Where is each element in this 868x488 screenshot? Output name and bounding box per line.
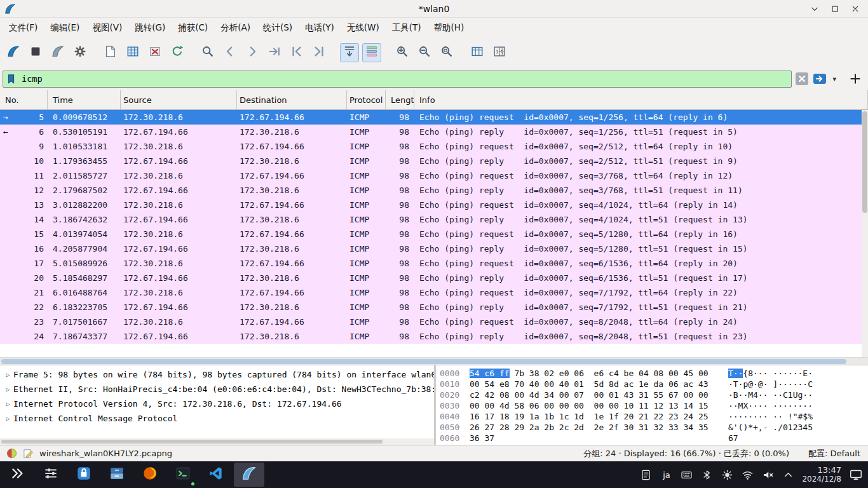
zoom-in-button[interactable] <box>393 43 412 62</box>
bluetooth-icon[interactable] <box>701 469 713 481</box>
packet-row[interactable]: 216.016488764172.30.218.6172.67.194.66IC… <box>0 285 868 300</box>
maximize-button[interactable] <box>830 4 840 14</box>
packet-row[interactable]: 247.186743377172.67.194.66172.30.218.6IC… <box>0 329 868 344</box>
packet-detail-line[interactable]: ▷Ethernet II, Src: HonHaiPrecis_c4:be:04… <box>0 382 434 396</box>
close-file-button[interactable] <box>146 43 165 62</box>
menu-item[interactable]: 捕获(C) <box>172 19 214 37</box>
hex-row[interactable]: 004016 17 18 19 1a 1b 1c 1d 1e 1f 20 21 … <box>440 412 868 423</box>
hex-row[interactable]: 001000 54 e8 70 40 00 40 01 5d 8d ac 1e … <box>440 379 868 390</box>
apply-filter-button[interactable] <box>812 72 827 85</box>
filter-dropdown-caret-icon[interactable]: ▾ <box>832 75 836 83</box>
menu-item[interactable]: 统计(S) <box>257 19 299 37</box>
menu-item[interactable]: 工具(T) <box>386 19 428 37</box>
packet-row[interactable]: 154.013974054172.30.218.6172.67.194.66IC… <box>0 227 868 241</box>
hex-row[interactable]: 006036 3767 <box>440 433 868 444</box>
packet-detail-line[interactable]: ▷Internet Protocol Version 4, Src: 172.3… <box>0 396 434 411</box>
file-manager-taskbar-button[interactable] <box>102 463 132 487</box>
clear-filter-button[interactable] <box>796 72 808 85</box>
volume-muted-icon[interactable] <box>762 469 774 481</box>
capture-comment-icon[interactable] <box>23 448 34 459</box>
hex-row[interactable]: 000054 c6 ff 7b 38 02 e0 06 e6 c4 be 04 … <box>440 369 868 379</box>
vscode-taskbar-button[interactable] <box>201 463 231 487</box>
column-header-info[interactable]: Info <box>414 90 868 109</box>
expand-arrow-icon[interactable]: ▷ <box>3 400 13 407</box>
packet-row[interactable]: ←60.530105191172.67.194.66172.30.218.6IC… <box>0 125 868 139</box>
find-packet-button[interactable] <box>198 43 217 62</box>
packet-row[interactable]: 91.010533181172.30.218.6172.67.194.66ICM… <box>0 139 868 154</box>
packet-row[interactable]: 237.017501667172.30.218.6172.67.194.66IC… <box>0 315 868 329</box>
taskbar-clock[interactable]: 13:47 2024/12/8 <box>802 465 841 484</box>
open-file-button[interactable] <box>101 43 120 62</box>
column-header-no[interactable]: No. <box>0 90 48 109</box>
packet-row[interactable]: 164.205877904172.67.194.66172.30.218.6IC… <box>0 241 868 256</box>
menu-item[interactable]: 电话(Y) <box>299 19 341 37</box>
column-header-len[interactable]: Length <box>386 90 414 109</box>
packet-row[interactable]: →50.009678512172.30.218.6172.67.194.66IC… <box>0 110 868 125</box>
keyboard-icon[interactable] <box>681 469 693 481</box>
go-forward-button[interactable] <box>243 43 262 62</box>
terminal-taskbar-button[interactable] <box>168 463 198 487</box>
zoom-out-button[interactable] <box>415 43 434 62</box>
restart-capture-button[interactable] <box>48 43 67 62</box>
column-header-src[interactable]: Source <box>121 90 237 109</box>
brightness-icon[interactable] <box>721 469 733 481</box>
zoom-reset-button[interactable] <box>437 43 456 62</box>
packet-row[interactable]: 133.012882200172.30.218.6172.67.194.66IC… <box>0 198 868 212</box>
menu-item[interactable]: 跳转(G) <box>128 19 172 37</box>
menu-item[interactable]: 帮助(H) <box>427 19 470 37</box>
display-icon[interactable] <box>849 468 863 482</box>
column-header-proto[interactable]: Protocol <box>347 90 386 109</box>
colorize-button[interactable] <box>362 43 381 62</box>
minimize-button[interactable] <box>810 4 820 14</box>
packet-row[interactable]: 226.183223705172.67.194.66172.30.218.6IC… <box>0 300 868 315</box>
packet-row[interactable]: 143.186742632172.67.194.66172.30.218.6IC… <box>0 212 868 227</box>
packet-row[interactable]: 175.015089926172.30.218.6172.67.194.66IC… <box>0 256 868 271</box>
packet-row[interactable]: 205.185468297172.67.194.66172.30.218.6IC… <box>0 271 868 285</box>
wifi-icon[interactable] <box>742 469 754 481</box>
expand-arrow-icon[interactable]: ▷ <box>3 386 13 393</box>
filter-bookmark-icon[interactable] <box>6 73 17 85</box>
hex-row[interactable]: 003000 00 4d 58 06 00 00 00 00 00 10 11 … <box>440 401 868 412</box>
first-packet-button[interactable] <box>287 43 306 62</box>
details-horizontal-scrollbar[interactable] <box>0 438 434 445</box>
chevron-up-icon[interactable] <box>782 469 794 481</box>
packet-row[interactable]: 112.011585727172.30.218.6172.67.194.66IC… <box>0 168 868 183</box>
menu-item[interactable]: 无线(W) <box>341 19 386 37</box>
close-button[interactable] <box>850 4 860 14</box>
column-header-time[interactable]: Time <box>48 90 121 109</box>
stop-capture-button[interactable] <box>26 43 45 62</box>
software-app-taskbar-button[interactable] <box>69 463 99 487</box>
go-to-packet-button[interactable] <box>265 43 284 62</box>
hex-row[interactable]: 005026 27 28 29 2a 2b 2c 2d 2e 2f 30 31 … <box>440 423 868 433</box>
input-method-ja[interactable]: ja <box>660 469 672 481</box>
packet-detail-line[interactable]: ▷Internet Control Message Protocol <box>0 411 434 426</box>
profile-label[interactable]: 配置: Default <box>808 448 860 459</box>
launcher-taskbar-button[interactable] <box>3 463 33 487</box>
wireshark-taskbar-taskbar-button[interactable] <box>234 463 264 487</box>
add-filter-button[interactable] <box>849 72 862 85</box>
hex-row[interactable]: 0020c2 42 08 00 4d 34 00 07 00 01 43 31 … <box>440 390 868 401</box>
system-monitor-taskbar-button[interactable] <box>36 463 66 487</box>
column-header-dst[interactable]: Destination <box>237 90 347 109</box>
menu-item[interactable]: 分析(A) <box>214 19 257 37</box>
numbered-columns-button[interactable]: 123 <box>490 43 509 62</box>
packet-row[interactable]: 101.179363455172.67.194.66172.30.218.6IC… <box>0 154 868 168</box>
menu-item[interactable]: 视图(V) <box>86 19 128 37</box>
last-packet-button[interactable] <box>309 43 329 62</box>
go-back-button[interactable] <box>220 43 240 62</box>
packet-list-vertical-scrollbar[interactable] <box>862 110 868 357</box>
packet-row[interactable]: 122.179687502172.67.194.66172.30.218.6IC… <box>0 183 868 198</box>
packet-list-horizontal-scrollbar[interactable] <box>0 357 868 365</box>
clipboard-icon[interactable] <box>640 469 652 481</box>
expert-info-icon[interactable] <box>6 448 17 459</box>
capture-options-gear-button[interactable] <box>71 43 90 62</box>
packet-detail-line[interactable]: ▷Frame 5: 98 bytes on wire (784 bits), 9… <box>0 367 434 382</box>
save-file-button[interactable] <box>123 43 142 62</box>
shark-fin-start-button[interactable] <box>4 43 23 62</box>
menu-item[interactable]: 文件(F) <box>3 19 44 37</box>
display-filter-input[interactable]: icmp <box>3 71 792 88</box>
resize-columns-button[interactable] <box>468 43 487 62</box>
expand-arrow-icon[interactable]: ▷ <box>3 415 13 422</box>
firefox-taskbar-button[interactable] <box>135 463 165 487</box>
menu-item[interactable]: 编辑(E) <box>44 19 86 37</box>
